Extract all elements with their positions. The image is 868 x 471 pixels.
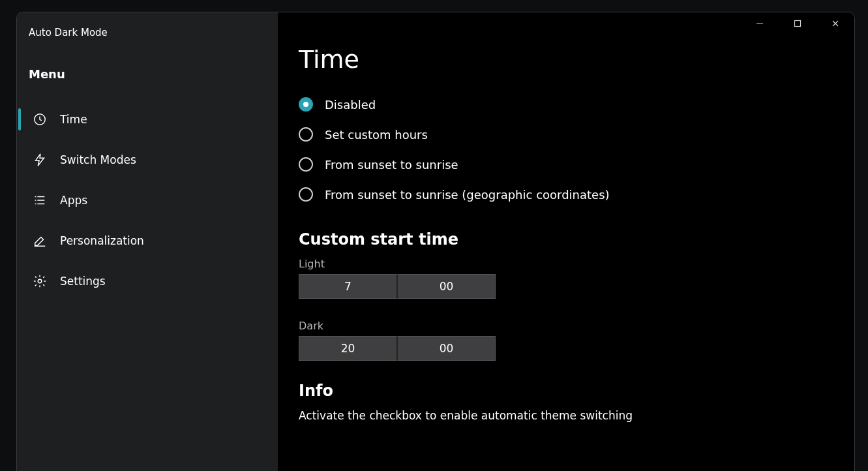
radio-indicator: [299, 127, 313, 142]
radio-label: From sunset to sunrise (geographic coord…: [325, 188, 610, 202]
minimize-button[interactable]: [741, 12, 779, 35]
radio-indicator: [299, 157, 313, 172]
maximize-icon: [794, 20, 801, 27]
sidebar-item-settings[interactable]: Settings: [17, 261, 278, 301]
app-window: Auto Dark Mode Menu Time Switch: [16, 12, 855, 471]
sidebar: Auto Dark Mode Menu Time Switch: [17, 12, 278, 471]
sidebar-item-switch-modes[interactable]: Switch Modes: [17, 140, 278, 180]
dark-minute-input[interactable]: 00: [397, 336, 496, 361]
svg-point-1: [38, 279, 42, 283]
svg-rect-2: [795, 21, 801, 27]
sidebar-item-label: Switch Modes: [60, 153, 136, 166]
sidebar-item-time[interactable]: Time: [17, 99, 278, 140]
close-button[interactable]: [816, 12, 854, 35]
dark-hour-input[interactable]: 20: [299, 336, 397, 361]
dark-time-picker: 20 00: [299, 336, 496, 361]
light-time-picker: 7 00: [299, 274, 496, 299]
sidebar-item-apps[interactable]: Apps: [17, 180, 278, 220]
sidebar-item-label: Apps: [60, 194, 87, 207]
radio-label: Disabled: [325, 98, 376, 112]
info-heading: Info: [299, 382, 835, 400]
info-text: Activate the checkbox to enable automati…: [299, 409, 835, 422]
radio-indicator: [299, 97, 313, 112]
main-content: Time Disabled Set custom hours From suns…: [278, 12, 854, 471]
dark-label: Dark: [299, 320, 835, 332]
sidebar-item-label: Settings: [60, 275, 106, 288]
radio-custom-hours[interactable]: Set custom hours: [299, 127, 835, 142]
app-title: Auto Dark Mode: [17, 15, 278, 58]
light-hour-input[interactable]: 7: [299, 274, 397, 299]
mode-radio-group: Disabled Set custom hours From sunset to…: [299, 97, 835, 202]
menu-heading: Menu: [17, 58, 278, 99]
edit-icon: [33, 234, 47, 248]
radio-label: From sunset to sunrise: [325, 158, 458, 172]
minimize-icon: [756, 20, 764, 27]
sidebar-item-label: Time: [60, 113, 87, 126]
nav: Time Switch Modes Apps: [17, 99, 278, 301]
gear-icon: [33, 274, 47, 288]
list-icon: [33, 193, 47, 207]
sidebar-item-label: Personalization: [60, 234, 144, 247]
light-minute-input[interactable]: 00: [397, 274, 496, 299]
lightning-icon: [33, 153, 47, 167]
sidebar-item-personalization[interactable]: Personalization: [17, 220, 278, 261]
close-icon: [831, 20, 839, 27]
page-title: Time: [299, 45, 835, 74]
radio-sunset-geo[interactable]: From sunset to sunrise (geographic coord…: [299, 187, 835, 202]
radio-indicator: [299, 187, 313, 202]
light-label: Light: [299, 258, 835, 270]
radio-sunset[interactable]: From sunset to sunrise: [299, 157, 835, 172]
custom-start-heading: Custom start time: [299, 230, 835, 249]
radio-disabled[interactable]: Disabled: [299, 97, 835, 112]
clock-icon: [33, 112, 47, 127]
radio-label: Set custom hours: [325, 128, 428, 142]
maximize-button[interactable]: [779, 12, 816, 35]
window-controls: [741, 12, 854, 35]
